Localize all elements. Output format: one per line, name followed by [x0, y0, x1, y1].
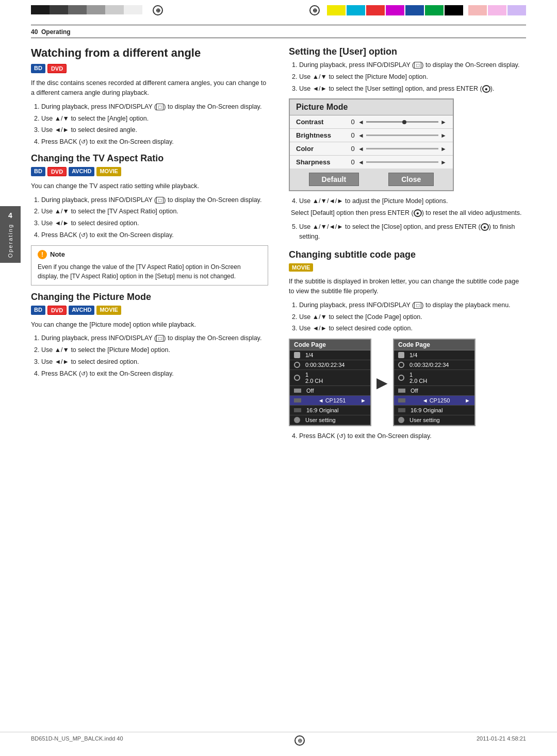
- note-box: ! Note Even if you change the value of t…: [31, 245, 268, 285]
- color-row: Color 0 ◄ ►: [290, 142, 453, 156]
- tv-aspect-steps: During playback, press INFO/DISPLAY (□) …: [31, 195, 268, 240]
- note-label: Note: [50, 250, 65, 258]
- subtitle-steps-cont: Press BACK (↺) to exit the On-Screen dis…: [289, 431, 526, 441]
- badge-movie-3: MOVIE: [289, 263, 313, 272]
- contrast-row: Contrast 0 ◄ ►: [290, 115, 453, 129]
- user-option-section: Setting the [User] option During playbac…: [289, 46, 526, 241]
- cp-left-row-1: 1/4: [290, 350, 370, 360]
- code-page-right-title: Code Page: [394, 340, 474, 350]
- color-slider: ◄ ►: [358, 145, 447, 153]
- sharpness-slider: ◄ ►: [358, 159, 447, 166]
- brightness-track: [366, 135, 438, 136]
- picture-mode-intro: You can change the [Picture mode] option…: [31, 320, 268, 330]
- pm-step-2: Use ▲/▼ to select the [Picture Mode] opt…: [41, 345, 268, 355]
- cp-left-val-5: ◄ CP1251: [318, 397, 346, 404]
- sharpness-arrow-right: ►: [440, 159, 447, 166]
- code-page-left: Code Page 1/4 0:00:32/0:22:34 12.0 CH: [289, 339, 371, 426]
- contrast-track: [366, 121, 438, 123]
- user-option-title: Setting the [User] option: [289, 46, 526, 57]
- badge-dvd-1: DVD: [47, 64, 67, 73]
- cp-left-row-6: 16:9 Original: [290, 406, 370, 415]
- pm-step-4: Press BACK (↺) to exit the On-Screen dis…: [41, 369, 268, 379]
- cp-left-row-5: ◄ CP1251 ►: [290, 396, 370, 406]
- picture-mode-title: Changing the Picture Mode: [31, 292, 268, 303]
- brightness-value: 0: [348, 131, 358, 139]
- brightness-label: Brightness: [296, 131, 348, 139]
- sub-step-1: During playback, press INFO/DISPLAY (□) …: [299, 300, 526, 310]
- cp-left-row-2: 0:00:32/0:22:34: [290, 360, 370, 370]
- cp-right-row-7: User setting: [394, 415, 474, 425]
- step-4: Press BACK (↺) to exit the On-Screen dis…: [41, 137, 268, 147]
- sidebar-number: 4: [8, 211, 12, 220]
- contrast-label: Contrast: [296, 118, 348, 126]
- close-button[interactable]: Close: [388, 173, 434, 186]
- picture-mode-steps: During playback, press INFO/DISPLAY (□) …: [31, 333, 268, 378]
- brightness-slider: ◄ ►: [358, 132, 447, 139]
- brightness-arrow-left: ◄: [358, 132, 364, 139]
- main-content: Watching from a different angle BD DVD I…: [31, 46, 526, 446]
- page-container: 40 Operating Watching from a different a…: [0, 21, 557, 446]
- sharpness-arrow-left: ◄: [358, 159, 364, 166]
- sub-step-2: Use ▲/▼ to select the [Code Page] option…: [299, 312, 526, 322]
- pm-step-1: During playback, press INFO/DISPLAY (□) …: [41, 333, 268, 343]
- brightness-row: Brightness 0 ◄ ►: [290, 129, 453, 142]
- brightness-arrow-right: ►: [440, 132, 447, 139]
- sharpness-label: Sharpness: [296, 158, 348, 166]
- badge-bd-3: BD: [31, 306, 45, 315]
- cp-right-row-6: 16:9 Original: [394, 406, 474, 415]
- picture-mode-badges: BD DVD AVCHD MOVIE: [31, 306, 268, 315]
- cp-right-row-2: 0:00:32/0:22:34: [394, 360, 474, 370]
- uo-step-2: Use ▲/▼ to select the [Picture Mode] opt…: [299, 72, 526, 82]
- step-1: During playback, press INFO/DISPLAY (□) …: [41, 102, 268, 112]
- subtitle-steps: During playback, press INFO/DISPLAY (□) …: [289, 300, 526, 333]
- cp-right-row-4: Off: [394, 386, 474, 396]
- sharpness-value: 0: [348, 158, 358, 166]
- color-track: [366, 148, 438, 149]
- watching-angle-steps: During playback, press INFO/DISPLAY (□) …: [31, 102, 268, 147]
- user-option-steps-cont: Use ▲/▼/◄/► to adjust the [Picture Mode]…: [289, 196, 526, 241]
- right-column: Setting the [User] option During playbac…: [289, 46, 526, 446]
- default-button[interactable]: Default: [309, 173, 359, 186]
- badge-movie-1: MOVIE: [96, 167, 121, 176]
- step-2: Use ▲/▼ to select the [Angle] option.: [41, 114, 268, 124]
- uo-step-5: Use ▲/▼/◄/► to select the [Close] option…: [299, 222, 526, 242]
- color-bars-right: ⊕: [309, 5, 526, 15]
- tv-aspect-badges: BD DVD AVCHD MOVIE: [31, 167, 268, 176]
- cp-right-val-6: 16:9 Original: [411, 407, 443, 413]
- cp-right-val-4: Off: [411, 388, 418, 394]
- badge-avchd-2: AVCHD: [69, 306, 94, 315]
- pm-step-3: Use ◄/► to select desired option.: [41, 357, 268, 367]
- cp-left-val-6: 16:9 Original: [306, 407, 338, 413]
- badge-movie-2: MOVIE: [96, 306, 121, 315]
- color-bars-left: ⊕: [31, 5, 163, 15]
- cp-right-row-1: 1/4: [394, 350, 474, 360]
- sub-step-4: Press BACK (↺) to exit the On-Screen dis…: [299, 431, 526, 441]
- cp-right-val-3: 12.0 CH: [409, 372, 427, 384]
- subtitle-section: Changing subtitle code page MOVIE If the…: [289, 249, 526, 441]
- badge-avchd-1: AVCHD: [69, 167, 94, 176]
- color-label: Color: [296, 145, 348, 153]
- uo-step-3: Use ◄/► to select the [User setting] opt…: [299, 84, 526, 94]
- cp-left-val-7: User setting: [305, 417, 336, 423]
- tv-aspect-section: Changing the TV Aspect Ratio BD DVD AVCH…: [31, 153, 268, 285]
- footer-left: BD651D-N_US_MP_BALCK.indd 40: [31, 735, 123, 746]
- page-number: 40: [31, 28, 38, 36]
- subtitle-intro: If the subtitle is displayed in broken l…: [289, 277, 526, 296]
- sharpness-track: [366, 161, 438, 163]
- cp-right-val-2: 0:00:32/0:22:34: [409, 362, 449, 368]
- cp-left-val-4: Off: [306, 388, 314, 394]
- code-page-right: Code Page 1/4 0:00:32/0:22:34 12.0 CH: [393, 339, 476, 426]
- cp-left-row-7: User setting: [290, 415, 370, 425]
- sub-step-3: Use ◄/► to select desired code option.: [299, 324, 526, 333]
- footer-right: 2011-01-21 4:58:21: [477, 735, 526, 746]
- contrast-arrow-right: ►: [440, 119, 447, 126]
- note-title: ! Note: [38, 250, 261, 259]
- watching-angle-title: Watching from a different angle: [31, 46, 268, 60]
- cp-right-val-1: 1/4: [409, 352, 417, 358]
- badge-bd-1: BD: [31, 64, 45, 73]
- contrast-arrow-left: ◄: [358, 119, 364, 126]
- color-arrow-left: ◄: [358, 145, 364, 153]
- note-icon: !: [38, 250, 47, 259]
- tv-step-4: Press BACK (↺) to exit the On-Screen dis…: [41, 230, 268, 240]
- cp-right-row-3: 12.0 CH: [394, 370, 474, 386]
